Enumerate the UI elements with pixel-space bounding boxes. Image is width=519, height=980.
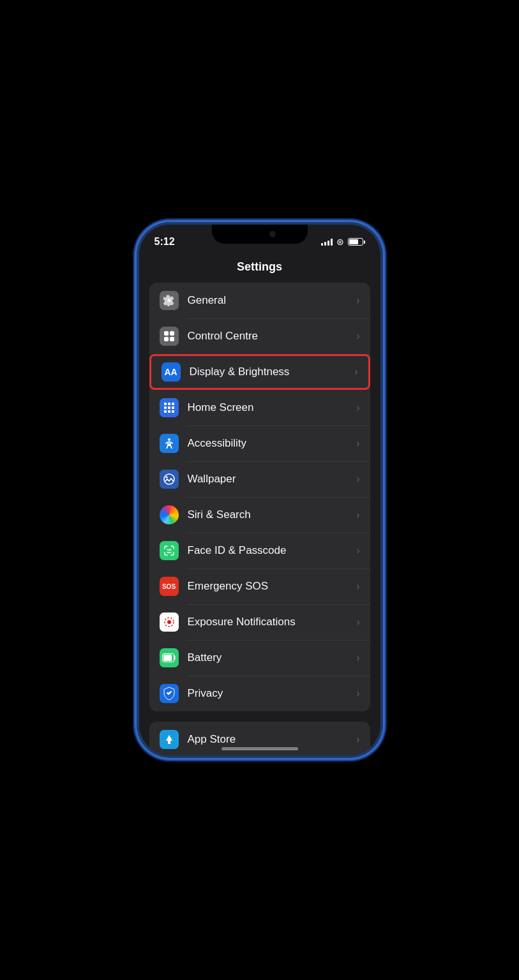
svg-rect-8 <box>168 406 170 409</box>
control-centre-icon <box>160 327 179 346</box>
wallpaper-icon <box>160 470 179 489</box>
signal-icon <box>321 238 333 246</box>
svg-point-15 <box>165 476 168 479</box>
accessibility-icon <box>160 434 179 453</box>
home-screen-icon <box>160 398 179 417</box>
settings-item-sos[interactable]: SOS Emergency SOS › <box>149 568 370 604</box>
exposure-label: Exposure Notifications <box>188 616 357 628</box>
settings-group-2: App Store › Wallet › <box>149 722 370 755</box>
faceid-icon <box>160 541 179 560</box>
phone-screen: 5:12 ⊛ Settings <box>139 225 380 755</box>
phone-frame: 5:12 ⊛ Settings <box>135 221 384 759</box>
camera <box>269 231 276 237</box>
settings-item-wallpaper[interactable]: Wallpaper › <box>149 461 370 497</box>
svg-point-16 <box>167 549 168 551</box>
screen-content: Settings General › <box>139 253 380 755</box>
siri-label: Siri & Search <box>188 509 357 521</box>
home-screen-chevron: › <box>356 402 359 413</box>
sos-label: Emergency SOS <box>188 580 357 593</box>
wifi-icon: ⊛ <box>336 237 344 247</box>
svg-rect-11 <box>168 410 170 413</box>
general-label: General <box>188 294 357 307</box>
svg-rect-21 <box>163 655 172 661</box>
general-icon <box>160 291 179 310</box>
accessibility-label: Accessibility <box>188 437 357 450</box>
sos-chevron: › <box>356 581 359 592</box>
settings-item-faceid[interactable]: Face ID & Passcode › <box>149 533 370 568</box>
svg-rect-1 <box>170 331 174 336</box>
settings-item-home-screen[interactable]: Home Screen › <box>149 390 370 426</box>
svg-rect-12 <box>172 410 174 413</box>
settings-item-display[interactable]: AA Display & Brightness › <box>149 354 370 390</box>
appstore-icon <box>160 730 179 749</box>
svg-rect-3 <box>170 337 174 341</box>
accessibility-chevron: › <box>356 438 359 449</box>
settings-item-battery[interactable]: Battery › <box>149 640 370 676</box>
svg-point-17 <box>170 549 171 551</box>
siri-icon <box>160 505 179 524</box>
svg-point-19 <box>167 620 171 624</box>
battery-label: Battery <box>188 651 357 664</box>
faceid-label: Face ID & Passcode <box>188 544 357 557</box>
settings-group-1: General › Control <box>149 283 370 711</box>
svg-rect-10 <box>164 410 167 413</box>
settings-item-appstore[interactable]: App Store › <box>149 722 370 755</box>
home-screen-label: Home Screen <box>188 401 357 414</box>
svg-rect-6 <box>172 403 174 405</box>
svg-rect-4 <box>164 403 167 405</box>
sos-icon: SOS <box>160 577 179 596</box>
settings-item-siri[interactable]: Siri & Search › <box>149 497 370 533</box>
control-centre-chevron: › <box>356 330 359 342</box>
svg-rect-7 <box>164 406 167 409</box>
settings-item-control-centre[interactable]: Control Centre › <box>149 318 370 354</box>
display-chevron: › <box>354 366 357 378</box>
battery-status-icon <box>348 238 365 246</box>
home-indicator <box>222 747 298 750</box>
svg-rect-5 <box>168 403 170 405</box>
siri-chevron: › <box>356 509 359 521</box>
privacy-icon <box>160 684 179 703</box>
exposure-icon <box>160 612 179 632</box>
settings-scroll: General › Control <box>139 283 380 755</box>
display-icon: AA <box>162 362 181 382</box>
wallpaper-chevron: › <box>356 473 359 485</box>
appstore-chevron: › <box>356 734 359 745</box>
status-time: 5:12 <box>154 230 175 248</box>
faceid-chevron: › <box>356 545 359 556</box>
control-centre-label: Control Centre <box>188 330 357 343</box>
svg-rect-9 <box>172 406 174 409</box>
battery-chevron: › <box>356 652 359 664</box>
battery-settings-icon <box>160 648 179 667</box>
settings-item-privacy[interactable]: Privacy › <box>149 676 370 711</box>
status-icons: ⊛ <box>321 230 365 247</box>
page-title: Settings <box>139 253 380 283</box>
appstore-label: App Store <box>188 733 357 746</box>
wallpaper-label: Wallpaper <box>188 473 357 486</box>
svg-rect-0 <box>164 331 169 336</box>
exposure-chevron: › <box>356 616 359 628</box>
settings-item-general[interactable]: General › <box>149 283 370 318</box>
settings-item-exposure[interactable]: Exposure Notifications › <box>149 604 370 640</box>
general-chevron: › <box>356 295 359 306</box>
privacy-chevron: › <box>356 688 359 699</box>
svg-point-14 <box>164 474 174 484</box>
privacy-label: Privacy <box>188 687 357 700</box>
svg-rect-2 <box>164 337 169 341</box>
notch <box>212 225 308 244</box>
display-label: Display & Brightness <box>190 366 355 378</box>
settings-item-accessibility[interactable]: Accessibility › <box>149 426 370 461</box>
svg-point-13 <box>168 438 170 441</box>
